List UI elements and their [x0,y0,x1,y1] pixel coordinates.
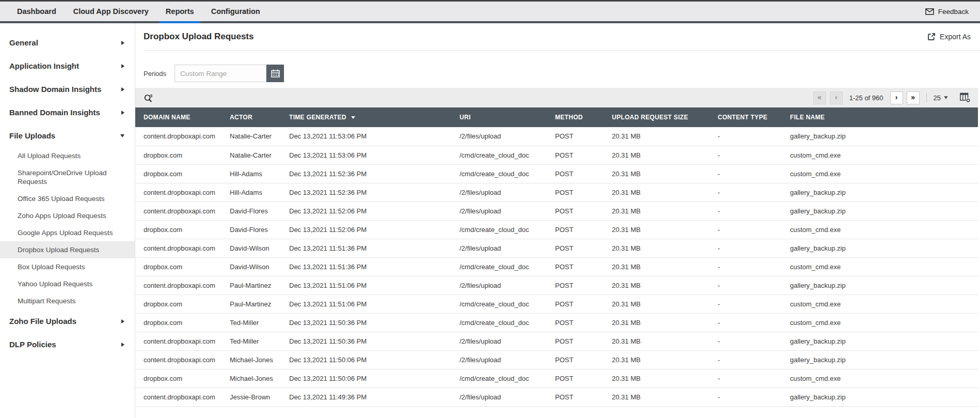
cell-actor: Jessie-Brown [230,388,289,406]
table-row[interactable]: content.dropboxapi.com David-Wilson Dec … [135,239,978,257]
table-row[interactable]: dropbox.com David-Flores Dec 13,2021 11:… [135,220,978,239]
cell-uri: /2/files/upload [460,183,555,202]
table-row[interactable]: dropbox.com Paul-Martinez Dec 13,2021 11… [135,295,978,313]
table-row[interactable]: content.dropboxapi.com Paul-Martinez Dec… [135,276,978,295]
cell-content-type: - [718,164,790,183]
cell-file-name: custom_cmd.exe [790,164,978,183]
calendar-icon [271,69,280,78]
cell-content-type: - [718,202,790,220]
cell-time-generated: Dec 13,2021 11:50:36 PM [289,313,460,332]
feedback-button[interactable]: Feedback [925,8,969,16]
table-row[interactable]: content.dropboxapi.com Ted-Miller Dec 13… [135,332,978,350]
sidebar-item-dlp-policies[interactable]: DLP Policies [0,333,135,356]
cell-file-name: custom_cmd.exe [790,257,978,276]
cell-actor: Natalie-Carter [230,146,289,164]
cell-actor: Hill-Adams [230,164,289,183]
main-content: Dropbox Upload Requests Export As Period… [135,23,980,418]
table-row[interactable]: content.dropboxapi.com Natalie-Carter De… [135,127,978,146]
cell-upload-request-size: 20.31 MB [612,350,718,369]
first-page-button[interactable]: « [813,91,826,104]
column-header-file-name[interactable]: FILE NAME [790,107,978,127]
cell-method: POST [555,369,612,388]
sidebar-item-multipart-requests[interactable]: Multipart Requests [0,292,135,309]
column-header-upload-request-size[interactable]: UPLOAD REQUEST SIZE [612,107,718,127]
cell-domain-name: dropbox.com [135,257,230,276]
sort-desc-icon [351,116,355,119]
nav-item-reports[interactable]: Reports [166,2,194,21]
sidebar-item-application-insight[interactable]: Application Insight [0,54,135,78]
sidebar-item-dropbox-upload-requests[interactable]: Dropbox Upload Requests [0,241,135,258]
sidebar-item-zoho-apps-upload-requests[interactable]: Zoho Apps Upload Requests [0,207,135,224]
sidebar-item-general[interactable]: General [0,31,135,54]
column-header-time-generated[interactable]: TIME GENERATED [289,107,460,127]
cell-file-name: gallery_backup.zip [790,276,978,295]
cell-upload-request-size: 20.31 MB [612,313,718,332]
cell-content-type: - [718,369,790,388]
export-as-label: Export As [940,33,971,41]
column-chooser-button[interactable] [960,92,971,103]
page-size-dropdown[interactable]: 25 [934,94,948,102]
sidebar-item-google-apps-upload-requests[interactable]: Google Apps Upload Requests [0,224,135,241]
custom-range-input[interactable] [175,65,266,82]
cell-actor: David-Flores [230,202,289,220]
cell-file-name: gallery_backup.zip [790,183,978,202]
cell-upload-request-size: 20.31 MB [612,239,718,257]
column-header-actor[interactable]: ACTOR [230,107,289,127]
last-page-button[interactable]: » [907,91,920,104]
cell-time-generated: Dec 13,2021 11:50:06 PM [289,350,460,369]
cell-uri: /2/files/upload [460,202,555,220]
calendar-button[interactable] [266,65,284,82]
sidebar-item-file-uploads[interactable]: File Uploads [0,124,135,147]
export-as-button[interactable]: Export As [927,33,971,41]
cell-upload-request-size: 20.31 MB [612,220,718,239]
column-header-domain-name[interactable]: DOMAIN NAME [135,107,230,127]
cell-method: POST [555,127,612,146]
search-button[interactable] [144,93,153,103]
cell-domain-name: content.dropboxapi.com [135,350,230,369]
chevron-right-icon [121,41,124,45]
table-row[interactable]: dropbox.com Michael-Jones Dec 13,2021 11… [135,369,978,388]
table-row[interactable]: content.dropboxapi.com Michael-Jones Dec… [135,350,978,369]
sidebar-item-banned-domain-insights[interactable]: Banned Domain Insights [0,101,135,124]
cell-file-name: gallery_backup.zip [790,350,978,369]
nav-item-dashboard[interactable]: Dashboard [17,2,56,21]
cell-method: POST [555,276,612,295]
table-row[interactable]: dropbox.com David-Wilson Dec 13,2021 11:… [135,257,978,276]
cell-method: POST [555,388,612,406]
cell-file-name: gallery_backup.zip [790,202,978,220]
table-row[interactable]: content.dropboxapi.com Hill-Adams Dec 13… [135,183,978,202]
cell-method: POST [555,202,612,220]
table-row[interactable]: content.dropboxapi.com David-Flores Dec … [135,202,978,220]
column-header-content-type[interactable]: CONTENT TYPE [718,107,790,127]
cell-uri: /2/files/upload [460,239,555,257]
column-header-method[interactable]: METHOD [555,107,612,127]
next-page-button[interactable]: › [890,91,903,104]
nav-item-cloud-app-discovery[interactable]: Cloud App Discovery [73,2,149,21]
sidebar-item-yahoo-upload-requests[interactable]: Yahoo Upload Requests [0,275,135,292]
sidebar-item-shadow-domain-insights[interactable]: Shadow Domain Insights [0,78,135,101]
sidebar-item-sharepoint-onedrive-upload-requests[interactable]: Sharepoint/OneDrive Upload Requests [0,164,135,190]
table-row[interactable]: content.dropboxapi.com Jessie-Brown Dec … [135,388,978,406]
cell-uri: /cmd/create_cloud_doc [460,295,555,313]
cell-actor: David-Wilson [230,239,289,257]
sidebar-item-box-upload-requests[interactable]: Box Upload Requests [0,258,135,275]
cell-content-type: - [718,146,790,164]
previous-page-button[interactable]: ‹ [830,91,843,104]
table-row[interactable]: dropbox.com Natalie-Carter Dec 13,2021 1… [135,146,978,164]
sidebar-item-office-365-upload-requests[interactable]: Office 365 Upload Requests [0,190,135,207]
chevron-down-icon [120,134,124,137]
column-header-uri[interactable]: URI [460,107,555,127]
chevron-down-icon [944,96,947,99]
sidebar-item-zoho-file-uploads[interactable]: Zoho File Uploads [0,309,135,333]
cell-content-type: - [718,127,790,146]
sidebar-item-all-upload-requests[interactable]: All Upload Requests [0,147,135,164]
cell-file-name: gallery_backup.zip [790,127,978,146]
table-row[interactable]: dropbox.com Hill-Adams Dec 13,2021 11:52… [135,164,978,183]
cell-upload-request-size: 20.31 MB [612,127,718,146]
periods-label: Periods [144,70,166,78]
table-row[interactable]: dropbox.com Ted-Miller Dec 13,2021 11:50… [135,313,978,332]
cell-file-name: custom_cmd.exe [790,295,978,313]
nav-item-configuration[interactable]: Configuration [211,2,260,21]
first-page-icon: « [817,93,821,101]
cell-upload-request-size: 20.31 MB [612,183,718,202]
